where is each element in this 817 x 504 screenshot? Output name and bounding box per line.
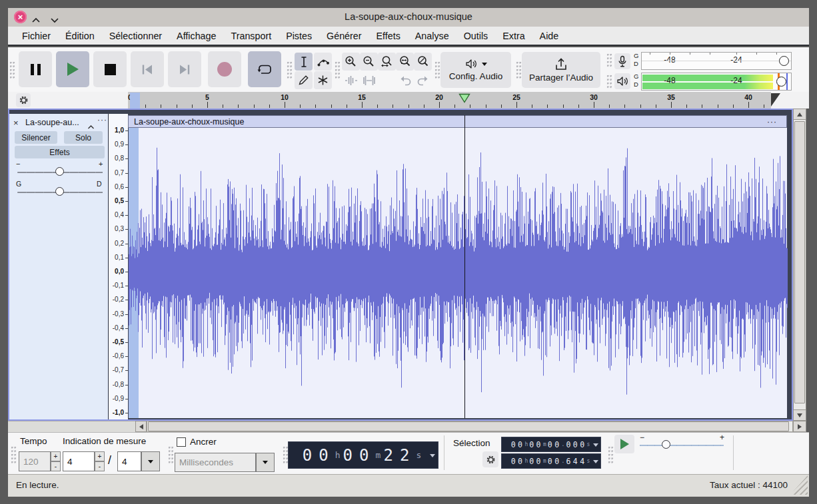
playback-meter[interactable]: -48 -24 <box>641 73 792 91</box>
ruler-tick <box>377 105 378 108</box>
pause-button[interactable] <box>19 51 52 87</box>
time-sig-lower-dropdown[interactable] <box>141 451 160 471</box>
playback-volume-slider[interactable] <box>776 77 786 87</box>
minimize-button[interactable] <box>50 14 59 26</box>
time-sig-spin-up[interactable]: + <box>95 451 105 461</box>
snap-format-combo[interactable]: Millisecondes <box>175 453 256 472</box>
play-at-speed-button[interactable] <box>614 435 634 453</box>
chevron-down-icon[interactable] <box>593 460 598 463</box>
clip-menu-button[interactable]: ··· <box>767 117 777 126</box>
chevron-down-icon[interactable] <box>430 454 435 457</box>
play-button[interactable] <box>56 51 89 87</box>
audio-setup-grip[interactable] <box>434 61 440 79</box>
share-audio-grip[interactable] <box>516 61 522 79</box>
menu-item-9[interactable]: Outils <box>456 31 496 41</box>
selection-end-field[interactable]: 00h00m00.644s <box>501 453 601 469</box>
menu-item-10[interactable]: Extra <box>495 31 532 41</box>
tempo-input[interactable]: 120 <box>19 451 51 471</box>
share-audio-button[interactable]: Partager l’Audio <box>522 52 600 88</box>
edit-toolbar-grip[interactable] <box>335 61 341 79</box>
transport-toolbar-grip[interactable] <box>9 61 15 79</box>
waveform-area[interactable] <box>128 128 787 418</box>
close-button[interactable]: × <box>14 11 27 23</box>
clip-title-bar[interactable]: La-soupe-aux-choux-musique ··· <box>128 115 787 128</box>
zoom-selection-button[interactable] <box>378 53 396 71</box>
record-meter[interactable]: -48 -24 <box>641 52 792 70</box>
scroll-up-button[interactable] <box>793 109 806 120</box>
playhead-marker[interactable] <box>458 93 470 106</box>
ruler-tick <box>331 105 332 108</box>
undo-button[interactable] <box>396 71 414 89</box>
menu-item-2[interactable]: Sélectionner <box>102 31 169 41</box>
zoom-fit-button[interactable] <box>396 53 414 71</box>
horizontal-scroll-thumb[interactable] <box>148 421 789 431</box>
menu-item-5[interactable]: Pistes <box>279 31 319 41</box>
playback-meter-button[interactable] <box>614 73 630 89</box>
multi-tool-button[interactable] <box>314 71 332 89</box>
mute-button[interactable]: Silencer <box>15 131 57 144</box>
zoom-out-button[interactable] <box>360 53 378 71</box>
timeline-ruler[interactable]: 0510152025303540 <box>128 92 771 109</box>
menu-item-8[interactable]: Analyse <box>408 31 456 41</box>
envelope-tool-button[interactable] <box>314 53 332 71</box>
menu-item-6[interactable]: Générer <box>319 31 369 41</box>
snapping-grip[interactable] <box>168 446 174 463</box>
record-meter-button[interactable] <box>614 53 630 69</box>
time-sig-lower-input[interactable]: 4 <box>117 451 141 471</box>
menu-item-4[interactable]: Transport <box>223 31 279 41</box>
gain-slider-thumb[interactable] <box>55 167 64 176</box>
speed-slider-track[interactable] <box>640 445 724 446</box>
record-button[interactable] <box>208 51 241 87</box>
effects-button[interactable]: Effets <box>15 146 105 158</box>
tempo-spin-down[interactable]: - <box>51 461 61 471</box>
trim-audio-button[interactable] <box>342 71 360 89</box>
snap-format-dropdown[interactable] <box>256 453 275 472</box>
menu-item-1[interactable]: Édition <box>58 31 102 41</box>
stop-button[interactable] <box>93 51 127 87</box>
vertical-ruler[interactable]: 1,00,90,80,70,60,50,40,30,20,10,0-0,1-0,… <box>109 114 128 419</box>
track-name[interactable]: La-soupe-au... <box>25 118 87 127</box>
speed-slider-thumb[interactable] <box>662 440 670 449</box>
pan-slider-thumb[interactable] <box>55 187 64 196</box>
silence-audio-button[interactable] <box>360 71 378 89</box>
scroll-left-button[interactable] <box>135 421 147 432</box>
redo-button[interactable] <box>414 71 432 89</box>
menu-item-0[interactable]: Fichier <box>15 31 58 41</box>
scroll-right-button[interactable] <box>793 421 806 432</box>
menu-item-7[interactable]: Effets <box>369 31 408 41</box>
record-meter-grip[interactable] <box>606 53 612 68</box>
tempo-spin-up[interactable]: + <box>51 451 61 461</box>
menu-item-11[interactable]: Aide <box>532 31 566 41</box>
tools-toolbar-grip[interactable] <box>287 61 293 79</box>
snap-checkbox[interactable] <box>177 437 186 447</box>
skip-to-end-button[interactable] <box>168 51 201 87</box>
track-menu-button[interactable]: ··· <box>97 115 107 125</box>
ruler-tick <box>269 105 270 108</box>
record-volume-slider[interactable] <box>779 56 789 66</box>
menu-item-3[interactable]: Affichage <box>169 31 223 41</box>
selection-tool-button[interactable] <box>295 53 313 71</box>
zoom-in-button[interactable] <box>342 53 360 71</box>
track-close-button[interactable]: × <box>13 118 19 128</box>
time-sig-upper-input[interactable]: 4 <box>63 451 95 471</box>
time-sig-spin-down[interactable]: - <box>95 461 105 471</box>
loop-button[interactable] <box>248 51 281 87</box>
audio-setup-button[interactable]: Config. Audio <box>440 52 511 88</box>
selection-options-button[interactable] <box>482 451 498 467</box>
selection-start-field[interactable]: 00h00m00.000s <box>501 437 601 452</box>
zoom-toggle-button[interactable] <box>414 53 432 71</box>
time-signature-grip[interactable] <box>11 446 17 463</box>
solo-button[interactable]: Solo <box>64 131 103 144</box>
time-display[interactable]: 00h00m22s <box>288 441 438 469</box>
track-control-panel[interactable] <box>9 114 109 419</box>
chevron-down-icon[interactable] <box>593 443 598 447</box>
ruler-tick <box>516 102 517 108</box>
playback-meter-grip[interactable] <box>606 75 612 89</box>
maximize-button[interactable] <box>31 14 41 26</box>
scroll-down-button[interactable] <box>793 409 806 421</box>
play-at-speed-grip[interactable] <box>608 446 614 463</box>
skip-to-start-button[interactable] <box>131 51 164 87</box>
draw-tool-button[interactable] <box>295 71 313 89</box>
vertical-scroll-thumb[interactable] <box>794 121 805 403</box>
timeline-options-button[interactable] <box>16 93 31 107</box>
